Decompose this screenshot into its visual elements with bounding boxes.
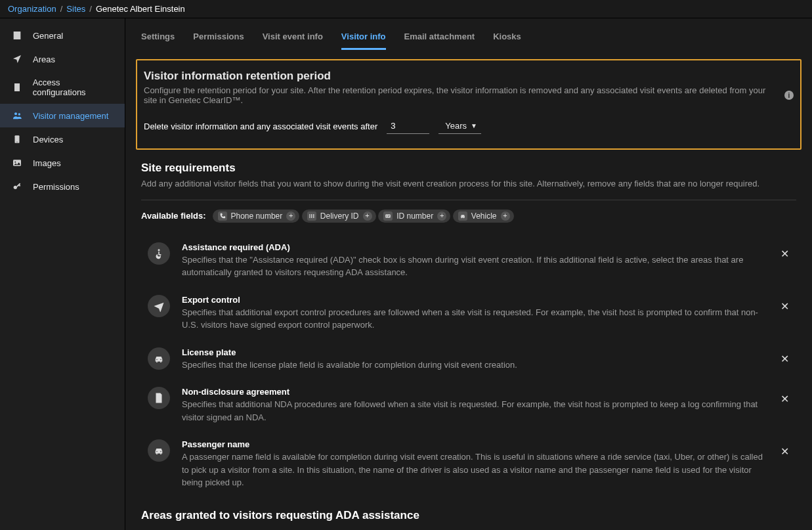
requirement-description: Specifies that additional export control… bbox=[182, 306, 765, 332]
requirement-title: Non-disclosure agreement bbox=[182, 387, 765, 397]
tab-email-attachment[interactable]: Email attachment bbox=[404, 28, 475, 50]
phone-icon bbox=[218, 211, 227, 221]
tab-permissions[interactable]: Permissions bbox=[193, 28, 244, 50]
chevron-down-icon: ▼ bbox=[471, 122, 477, 129]
svg-rect-7 bbox=[385, 214, 391, 217]
remove-requirement-button[interactable]: ✕ bbox=[777, 246, 792, 262]
requirement-item: Non-disclosure agreementSpecifies that a… bbox=[141, 379, 796, 431]
sidebar-item-general[interactable]: General bbox=[0, 24, 125, 47]
sidebar-item-permissions[interactable]: Permissions bbox=[0, 175, 125, 198]
sidebar-item-label: Areas bbox=[33, 55, 55, 64]
sidebar-item-devices[interactable]: Devices bbox=[0, 127, 125, 151]
retention-subtitle: Configure the retention period for your … bbox=[144, 85, 780, 105]
retention-period-section: Visitor information retention period Con… bbox=[136, 59, 801, 150]
tab-settings[interactable]: Settings bbox=[141, 28, 175, 50]
doc-icon bbox=[148, 387, 170, 409]
breadcrumb-separator: / bbox=[89, 4, 92, 14]
sidebar-item-areas[interactable]: Areas bbox=[0, 47, 125, 71]
chip-label: Vehicle bbox=[471, 211, 497, 221]
breadcrumb-organization[interactable]: Organization bbox=[8, 4, 56, 14]
sidebar-item-label: Access configurations bbox=[33, 77, 114, 97]
requirement-description: Specifies that additional NDA procedures… bbox=[182, 398, 765, 424]
sidebar-item-images[interactable]: Images bbox=[0, 151, 125, 175]
ada-areas-title: Areas granted to visitors requesting ADA… bbox=[141, 509, 796, 522]
requirement-title: Assistance required (ADA) bbox=[182, 242, 765, 252]
retention-title: Visitor information retention period bbox=[144, 70, 794, 83]
door-icon bbox=[11, 82, 24, 93]
site-requirements-title: Site requirements bbox=[141, 162, 796, 175]
plus-icon: + bbox=[437, 211, 446, 221]
id-icon bbox=[383, 211, 393, 221]
tabs: Settings Permissions Visit event info Vi… bbox=[125, 18, 812, 50]
available-fields-label: Available fields: bbox=[141, 211, 206, 221]
svg-point-11 bbox=[158, 249, 160, 251]
sidebar-item-access-config[interactable]: Access configurations bbox=[0, 71, 125, 104]
chip-label: ID number bbox=[396, 211, 433, 221]
breadcrumb-separator: / bbox=[60, 4, 63, 14]
requirement-item: License plateSpecifies that the license … bbox=[141, 340, 796, 380]
requirement-item: Export controlSpecifies that additional … bbox=[141, 287, 796, 340]
tab-visitor-info[interactable]: Visitor info bbox=[341, 28, 386, 50]
retention-number-input[interactable] bbox=[387, 118, 429, 134]
available-fields-row: Available fields: Phone number+ Delivery… bbox=[141, 210, 796, 223]
available-field-chip[interactable]: Vehicle+ bbox=[453, 210, 514, 223]
tab-visit-event-info[interactable]: Visit event info bbox=[263, 28, 323, 50]
svg-rect-10 bbox=[388, 216, 389, 217]
car-icon bbox=[458, 211, 467, 221]
svg-point-6 bbox=[14, 186, 17, 189]
sidebar-item-label: Visitor management bbox=[33, 111, 108, 121]
location-arrow-icon bbox=[11, 54, 24, 64]
divider bbox=[141, 200, 796, 200]
image-icon bbox=[11, 158, 24, 168]
available-field-chip[interactable]: Phone number+ bbox=[213, 210, 300, 223]
breadcrumb: Organization / Sites / Genetec Albert Ei… bbox=[0, 0, 812, 18]
requirement-item: Passenger nameA passenger name field is … bbox=[141, 431, 796, 497]
info-icon[interactable]: i bbox=[784, 91, 794, 100]
site-requirements-section: Site requirements Add any additional vis… bbox=[125, 162, 812, 497]
sidebar-item-label: Devices bbox=[33, 135, 63, 144]
breadcrumb-current: Genetec Albert Einstein bbox=[96, 4, 185, 14]
available-field-chip[interactable]: ID number+ bbox=[378, 210, 450, 223]
device-icon bbox=[11, 134, 24, 144]
site-requirements-subtitle: Add any additional visitor fields that y… bbox=[141, 177, 796, 190]
retention-unit-value: Years bbox=[445, 121, 467, 131]
remove-requirement-button[interactable]: ✕ bbox=[777, 391, 792, 407]
remove-requirement-button[interactable]: ✕ bbox=[777, 299, 792, 315]
retention-unit-select[interactable]: Years ▼ bbox=[438, 118, 481, 134]
requirement-description: Specifies that the license plate field i… bbox=[182, 359, 765, 372]
chip-label: Delivery ID bbox=[320, 211, 359, 221]
svg-point-8 bbox=[387, 215, 388, 217]
building-icon bbox=[11, 30, 24, 41]
requirements-list: Assistance required (ADA)Specifies that … bbox=[141, 234, 796, 497]
remove-requirement-button[interactable]: ✕ bbox=[777, 443, 792, 459]
content-area: Settings Permissions Visit event info Vi… bbox=[125, 18, 812, 530]
ada-icon bbox=[148, 242, 170, 265]
requirement-title: License plate bbox=[182, 347, 765, 357]
requirement-item: Assistance required (ADA)Specifies that … bbox=[141, 234, 796, 287]
svg-point-3 bbox=[16, 142, 17, 143]
svg-point-0 bbox=[14, 112, 17, 115]
remove-requirement-button[interactable]: ✕ bbox=[777, 351, 792, 367]
plus-icon: + bbox=[363, 211, 372, 221]
sidebar-item-visitor-management[interactable]: Visitor management bbox=[0, 104, 125, 127]
people-icon bbox=[11, 110, 24, 121]
key-icon bbox=[11, 181, 24, 192]
ada-areas-section: Areas granted to visitors requesting ADA… bbox=[125, 509, 812, 531]
breadcrumb-sites[interactable]: Sites bbox=[66, 4, 85, 14]
retention-row-label: Delete visitor information and any assoc… bbox=[144, 121, 377, 131]
barcode-icon bbox=[307, 211, 316, 221]
svg-point-1 bbox=[18, 113, 20, 115]
available-field-chip[interactable]: Delivery ID+ bbox=[302, 210, 376, 223]
requirement-description: A passenger name field is available for … bbox=[182, 451, 765, 489]
tab-kiosks[interactable]: Kiosks bbox=[493, 28, 521, 50]
plus-icon: + bbox=[501, 211, 510, 221]
chip-label: Phone number bbox=[231, 211, 283, 221]
svg-point-5 bbox=[14, 162, 16, 163]
plane-icon bbox=[148, 295, 170, 317]
plus-icon: + bbox=[286, 211, 295, 221]
requirement-title: Export control bbox=[182, 295, 765, 305]
requirement-description: Specifies that the "Assistance required … bbox=[182, 254, 765, 279]
requirement-title: Passenger name bbox=[182, 439, 765, 449]
svg-rect-9 bbox=[388, 215, 390, 216]
sidebar: General Areas Access configurations Visi… bbox=[0, 18, 125, 530]
